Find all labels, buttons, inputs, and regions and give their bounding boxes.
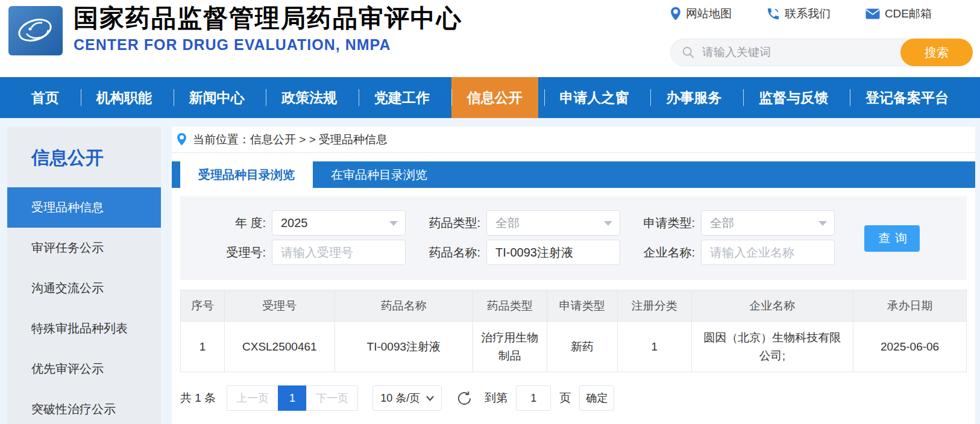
- acceptance-no-input[interactable]: [272, 240, 406, 265]
- filter-row-2: 受理号: 药品名称: 企业名称:: [208, 240, 967, 265]
- page-size-select[interactable]: 10 条/页: [372, 385, 442, 411]
- col-reg-class: 注册分类: [617, 290, 691, 322]
- contact-link-label: 联系我们: [785, 6, 831, 22]
- cell-date: 2025-06-06: [853, 322, 967, 372]
- cde-logo: [8, 6, 63, 55]
- nav-item-supervision[interactable]: 监督与反馈: [743, 77, 844, 118]
- cell-drug-name: TI-0093注射液: [335, 322, 473, 372]
- site-title-block: 国家药品监督管理局药品审评中心 CENTER FOR DRUG EVALUATI…: [74, 1, 462, 54]
- cell-seq: 1: [181, 322, 225, 372]
- page-unit-label: 页: [559, 390, 571, 406]
- nav-item-services[interactable]: 办事服务: [650, 77, 737, 118]
- search-button[interactable]: 搜索: [900, 39, 973, 66]
- site-title-cn: 国家药品监督管理局药品审评中心: [74, 1, 462, 35]
- apply-type-label: 申请类型:: [637, 215, 695, 231]
- chevron-down-icon: [604, 221, 612, 226]
- tab-under-review-catalog[interactable]: 在审品种目录浏览: [313, 161, 445, 188]
- sidebar: 信息公开 受理品种信息 审评任务公示 沟通交流公示 特殊审批品种列表 优先审评公…: [7, 126, 161, 424]
- company-input[interactable]: [701, 240, 835, 265]
- nav-item-registration-platform[interactable]: 登记备案平台: [850, 77, 964, 118]
- results-table: 序号 受理号 药品名称 药品类型 申请类型 注册分类 企业名称 承办日期 1 C…: [180, 290, 967, 372]
- sidebar-item-priority-review[interactable]: 优先审评公示: [7, 349, 161, 389]
- breadcrumb: 当前位置：信息公开 > > 受理品种信息: [172, 126, 975, 153]
- nav-item-home[interactable]: 首页: [16, 77, 75, 118]
- search-icon: [682, 46, 695, 59]
- swan-logo-icon: [8, 6, 63, 55]
- cell-apply-type: 新药: [547, 322, 617, 372]
- drug-type-select[interactable]: 全部: [486, 210, 620, 235]
- site-title-en: CENTER FOR DRUG EVALUATION, NMPA: [74, 36, 462, 54]
- prev-page-button[interactable]: 上一页: [227, 385, 278, 411]
- mail-link-label: CDE邮箱: [885, 6, 932, 22]
- drug-name-input[interactable]: [486, 240, 620, 265]
- catalog-tabs: 受理品种目录浏览 在审品种目录浏览: [172, 161, 975, 188]
- cell-acceptance-no: CXSL2500461: [225, 322, 335, 372]
- table-row: 1 CXSL2500461 TI-0093注射液 治疗用生物制品 新药 1 圆因…: [181, 322, 967, 372]
- apply-type-select[interactable]: 全部: [701, 210, 835, 235]
- sidebar-item-review-tasks[interactable]: 审评任务公示: [7, 228, 161, 268]
- cell-company: 圆因（北京）生物科技有限公司;: [691, 322, 853, 372]
- col-drug-name: 药品名称: [335, 290, 473, 322]
- sidebar-item-special-approval[interactable]: 特殊审批品种列表: [7, 308, 161, 349]
- col-drug-type: 药品类型: [473, 290, 547, 322]
- goto-label: 到第: [485, 390, 507, 406]
- table-header-row: 序号 受理号 药品名称 药品类型 申请类型 注册分类 企业名称 承办日期: [181, 290, 967, 322]
- page-size-value: 10 条/页: [380, 391, 420, 405]
- refresh-button[interactable]: [456, 390, 473, 407]
- col-acceptance-no: 受理号: [225, 290, 335, 322]
- drug-type-label: 药品类型:: [422, 215, 480, 231]
- sitemap-link-label: 网站地图: [686, 6, 732, 22]
- year-select-value: 2025: [281, 216, 308, 230]
- chevron-down-icon: [818, 221, 827, 226]
- goto-page-input[interactable]: [516, 385, 551, 411]
- next-page-button[interactable]: 下一页: [306, 385, 358, 411]
- main-area: 信息公开 受理品种信息 审评任务公示 沟通交流公示 特殊审批品种列表 优先审评公…: [0, 118, 980, 424]
- breadcrumb-text: 当前位置：信息公开 > > 受理品种信息: [193, 132, 388, 148]
- nav-item-policies[interactable]: 政策法规: [266, 77, 353, 118]
- cell-reg-class: 1: [617, 322, 691, 372]
- goto-page-group: 到第 页 确定: [485, 385, 614, 411]
- refresh-icon: [456, 390, 473, 407]
- phone-icon: [767, 7, 780, 20]
- year-select[interactable]: 2025: [272, 210, 406, 235]
- sidebar-item-breakthrough-therapy[interactable]: 突破性治疗公示: [7, 389, 161, 424]
- col-seq: 序号: [181, 290, 225, 322]
- nav-item-news[interactable]: 新闻中心: [174, 77, 260, 118]
- search-input[interactable]: [695, 46, 900, 59]
- mail-link[interactable]: CDE邮箱: [865, 6, 932, 22]
- chevron-down-icon: [426, 396, 434, 401]
- company-label: 企业名称:: [637, 245, 695, 261]
- location-pin-icon: [177, 132, 187, 146]
- nav-item-info-disclosure[interactable]: 信息公开: [451, 77, 538, 118]
- sidebar-item-accepted-varieties[interactable]: 受理品种信息: [7, 187, 161, 228]
- sitemap-link[interactable]: 网站地图: [670, 6, 732, 22]
- envelope-icon: [865, 8, 880, 19]
- col-apply-type: 申请类型: [547, 290, 617, 322]
- contact-link[interactable]: 联系我们: [767, 6, 831, 22]
- acceptance-no-label: 受理号:: [208, 245, 266, 261]
- drug-type-select-value: 全部: [495, 215, 520, 231]
- sidebar-title: 信息公开: [7, 126, 161, 187]
- nav-item-party[interactable]: 党建工作: [359, 77, 445, 118]
- year-label: 年 度:: [208, 215, 266, 231]
- pagination: 共 1 条 上一页 1 下一页 10 条/页 到第 页 确定: [180, 385, 967, 411]
- tab-accepted-catalog[interactable]: 受理品种目录浏览: [180, 161, 313, 188]
- main-nav: 首页 机构职能 新闻中心 政策法规 党建工作 信息公开 申请人之窗 办事服务 监…: [0, 77, 980, 118]
- site-header: 国家药品监督管理局药品审评中心 CENTER FOR DRUG EVALUATI…: [0, 0, 980, 77]
- pagination-total: 共 1 条: [180, 390, 216, 406]
- sidebar-item-communication[interactable]: 沟通交流公示: [7, 268, 161, 308]
- current-page-button[interactable]: 1: [278, 385, 307, 411]
- nav-item-applicant-window[interactable]: 申请人之窗: [544, 77, 645, 118]
- filter-row-1: 年 度: 2025 药品类型: 全部 申请类型: 全部: [208, 210, 967, 235]
- filter-panel: 年 度: 2025 药品类型: 全部 申请类型: 全部: [180, 196, 967, 280]
- cell-drug-type: 治疗用生物制品: [473, 322, 547, 372]
- query-button[interactable]: 查询: [864, 225, 920, 252]
- confirm-button[interactable]: 确定: [579, 385, 614, 411]
- header-quick-links: 网站地图 联系我们 CDE邮箱: [670, 6, 932, 22]
- drug-name-label: 药品名称:: [422, 245, 480, 261]
- site-search-bar: 搜索: [670, 39, 973, 66]
- col-company: 企业名称: [691, 290, 853, 322]
- nav-item-functions[interactable]: 机构职能: [81, 77, 168, 118]
- apply-type-select-value: 全部: [710, 215, 734, 231]
- content-panel: 当前位置：信息公开 > > 受理品种信息 受理品种目录浏览 在审品种目录浏览 年…: [172, 126, 975, 424]
